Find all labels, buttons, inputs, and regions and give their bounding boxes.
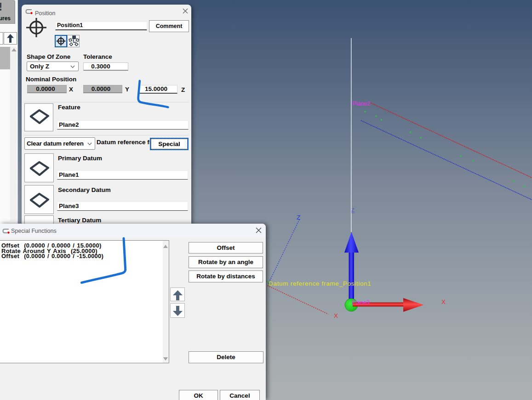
svg-text:Plane3: Plane3 — [352, 299, 370, 306]
svg-text:Datum reference frame_Position: Datum reference frame_Position1 — [269, 280, 372, 287]
svg-text:X: X — [441, 299, 446, 305]
svg-text:Z: Z — [297, 214, 300, 221]
svg-text:X: X — [334, 312, 338, 319]
svg-text:Plane2: Plane2 — [352, 101, 370, 107]
svg-text:Z: Z — [351, 207, 355, 213]
